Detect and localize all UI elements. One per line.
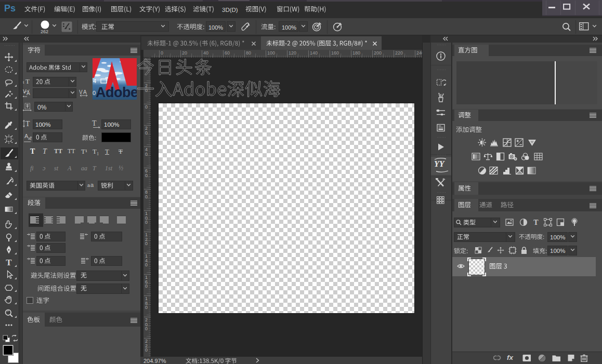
svg-text:T: T xyxy=(6,258,12,267)
svg-text:a: a xyxy=(28,136,31,141)
svg-text:A: A xyxy=(83,89,87,95)
svg-text:T: T xyxy=(25,77,30,85)
svg-text:Adobe: Adobe xyxy=(96,85,137,100)
svg-text:T: T xyxy=(25,120,30,128)
svg-text:0: 0 xyxy=(93,90,96,96)
svg-text:V: V xyxy=(79,89,83,95)
svg-text:T: T xyxy=(533,219,539,226)
svg-text:T: T xyxy=(92,119,97,127)
svg-text:4: 4 xyxy=(93,78,96,84)
svg-text:t: t xyxy=(23,79,24,85)
